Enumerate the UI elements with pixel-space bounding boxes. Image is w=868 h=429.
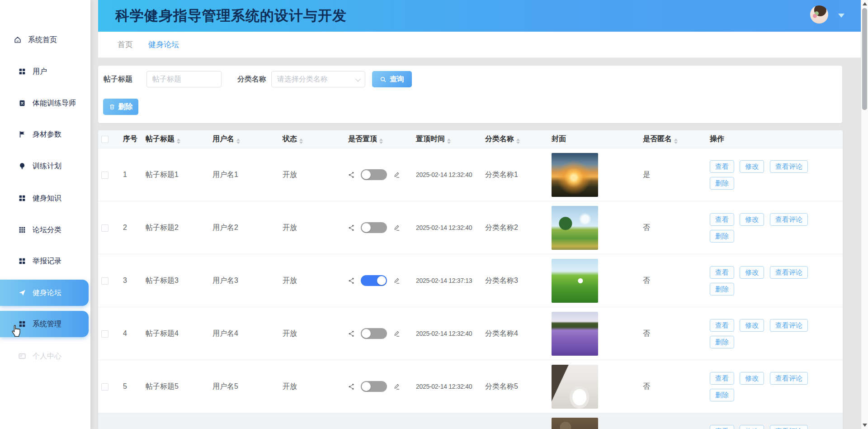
sidebar-item-label: 健身论坛 [33,288,61,298]
row-checkbox[interactable] [101,224,108,232]
edit-button[interactable]: 修改 [740,266,764,279]
cell-status [278,413,344,429]
select-all-checkbox[interactable] [101,136,108,143]
cell-pinned [344,413,411,429]
vertical-scrollbar[interactable] [861,0,868,429]
avatar-dropdown-caret-icon[interactable] [838,14,844,18]
cell-index: 2 [118,201,141,254]
view-comments-button[interactable]: 查看评论 [770,319,808,332]
sidebar-item[interactable]: 身材参数 [0,121,90,148]
edit-button[interactable]: 修改 [740,372,764,385]
scrollbar-thumb[interactable] [862,8,867,110]
cell-username: 用户名1 [208,148,278,201]
category-select-placeholder: 请选择分类名称 [277,75,355,84]
sort-caret-icon[interactable] [299,138,303,144]
sidebar-item[interactable]: 个人中心 [0,343,90,369]
sidebar-item[interactable]: 健身论坛 [0,280,89,306]
delete-row-button[interactable]: 删除 [710,389,734,401]
pin-toggle[interactable] [361,328,387,339]
pin-toggle[interactable] [361,169,387,180]
tab-home[interactable]: 首页 [118,39,133,50]
sidebar-item[interactable]: 体能训练导师 [0,90,90,116]
view-button[interactable]: 查看 [710,319,734,332]
sidebar-item[interactable]: 训练计划 [0,153,90,179]
column-header: 用户名 [212,135,234,143]
cell-anonymous [638,413,705,429]
pin-toggle[interactable] [361,381,387,392]
scroll-down-arrow-icon[interactable] [863,424,867,427]
cell-status: 开放 [278,201,344,254]
row-checkbox[interactable] [101,172,108,179]
view-comments-button[interactable]: 查看评论 [770,213,808,226]
sidebar-item[interactable]: 系统管理 [0,311,89,337]
cell-index: 4 [118,307,141,360]
edit-button[interactable]: 修改 [740,213,764,226]
delete-row-button[interactable]: 删除 [710,336,734,348]
view-button[interactable]: 查看 [710,372,734,385]
sidebar-item[interactable]: 用户 [0,58,90,85]
cell-status: 开放 [278,254,344,307]
sidebar-item-label: 系统管理 [33,319,61,329]
pin-toggle[interactable] [361,275,387,286]
query-button[interactable]: 查询 [372,71,412,87]
cover-image [552,259,598,303]
user-avatar[interactable] [810,5,828,24]
sidebar-item[interactable]: 举报记录 [0,248,90,274]
sidebar-item[interactable]: 健身知识 [0,185,90,211]
cell-pin-time: 2025-02-14 12:32:40 [411,201,481,254]
column-header: 封面 [552,135,566,143]
share-icon [348,277,355,284]
column-header: 帖子标题 [146,135,175,143]
delete-row-button[interactable]: 删除 [710,283,734,296]
sort-caret-icon[interactable] [447,138,451,144]
scroll-up-arrow-icon[interactable] [863,2,867,5]
row-checkbox[interactable] [101,330,108,338]
cell-index: 5 [118,360,141,413]
sort-caret-icon[interactable] [516,138,520,144]
edit-pencil-icon [393,383,400,390]
bulk-delete-button[interactable]: 删除 [103,99,138,115]
cell-index: 1 [118,148,141,201]
sidebar-item-label: 论坛分类 [33,225,61,235]
edit-button[interactable]: 修改 [740,319,764,332]
sidebar-item-label: 体能训练导师 [33,99,76,108]
view-comments-button[interactable]: 查看评论 [770,266,808,279]
edit-button[interactable]: 修改 [740,425,764,429]
sort-caret-icon[interactable] [674,138,678,144]
cell-pin-time: 2025-02-14 12:32:40 [411,360,481,413]
sidebar-item-label: 身材参数 [33,130,61,139]
cell-post-title: 帖子标题3 [141,254,208,307]
cover-image [552,206,598,250]
sidebar-item[interactable]: 系统首页 [0,27,90,53]
delete-row-button[interactable]: 删除 [710,230,734,243]
row-checkbox[interactable] [101,383,108,391]
view-button[interactable]: 查看 [710,425,734,429]
delete-row-button[interactable]: 删除 [710,177,734,190]
column-header: 是否匿名 [643,135,672,143]
post-title-label: 帖子标题 [104,71,132,87]
category-label: 分类名称 [237,71,266,87]
plane-icon [18,289,26,297]
cell-pin-time: 2025-02-14 12:37:13 [411,254,481,307]
table-row: 5 帖子标题5 用户名5 开放 2025-02-14 12:32:40 分类名称… [98,360,843,413]
sort-caret-icon[interactable] [379,138,383,144]
sort-caret-icon[interactable] [236,138,240,144]
sidebar-item[interactable]: 论坛分类 [0,217,90,243]
view-button[interactable]: 查看 [710,160,734,173]
edit-button[interactable]: 修改 [740,160,764,173]
pin-toggle[interactable] [361,222,387,233]
sort-caret-icon[interactable] [177,138,180,144]
cell-index [118,413,141,429]
category-select[interactable]: 请选择分类名称 [271,71,365,87]
view-comments-button[interactable]: 查看评论 [770,425,808,429]
cover-image [552,153,598,197]
card-icon [18,352,26,360]
view-comments-button[interactable]: 查看评论 [770,372,808,385]
post-title-input[interactable] [146,71,222,87]
cell-post-title: 帖子标题1 [141,148,208,201]
view-comments-button[interactable]: 查看评论 [770,160,808,173]
tab-fitness-forum[interactable]: 健身论坛 [148,39,179,50]
view-button[interactable]: 查看 [710,213,734,226]
row-checkbox[interactable] [101,277,108,285]
view-button[interactable]: 查看 [710,266,734,279]
